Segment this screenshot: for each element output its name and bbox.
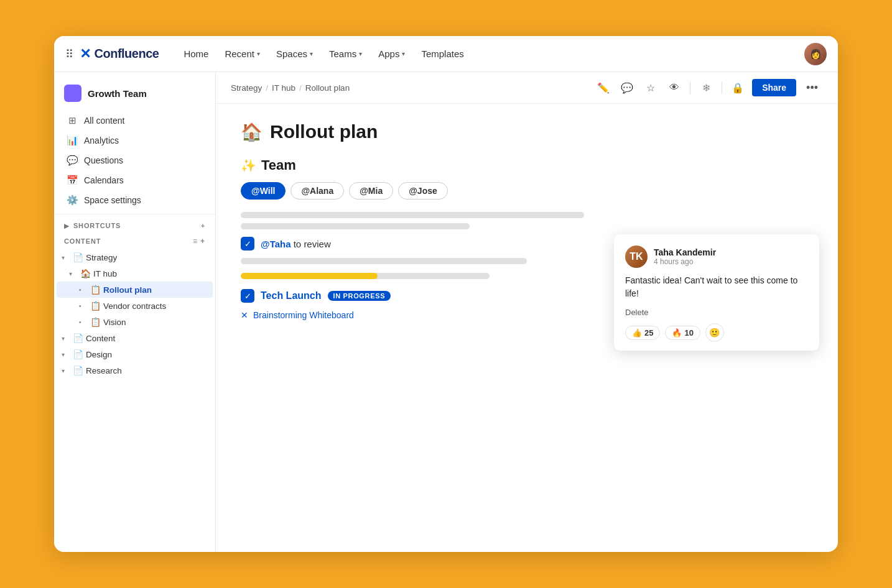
content-section-header[interactable]: CONTENT ≡ + <box>54 233 215 249</box>
shortcuts-chevron-icon: ▶ <box>64 223 70 229</box>
sidebar-item-analytics[interactable]: 📊 Analytics <box>57 131 213 150</box>
calendars-label: Calendars <box>84 175 124 185</box>
breadcrumb-sep-1: / <box>266 83 268 93</box>
nav-spaces[interactable]: Spaces ▾ <box>269 45 320 63</box>
vendor-label: Vendor contracts <box>103 301 166 311</box>
teams-chevron: ▾ <box>359 50 362 57</box>
tree-item-strategy[interactable]: ▾ 📄 Strategy <box>57 249 213 265</box>
tree-item-content[interactable]: ▾ 📄 Content <box>57 330 213 346</box>
sidebar-item-space-settings[interactable]: ⚙️ Space settings <box>57 190 213 210</box>
design-icon: 📄 <box>73 349 83 359</box>
page-title-emoji: 🏠 <box>241 122 262 142</box>
checkbox-2[interactable]: ✓ <box>241 289 254 303</box>
strategy-label: Strategy <box>86 253 117 262</box>
content-label: Content <box>86 334 115 343</box>
content-icon: 📄 <box>73 333 83 343</box>
more-options-button[interactable]: ••• <box>801 79 823 97</box>
topnav-right-area: 👩 <box>804 43 827 65</box>
content-filter-icon[interactable]: ≡ <box>193 237 198 246</box>
sidebar-item-calendars[interactable]: 📅 Calendars <box>57 170 213 190</box>
rollout-label: Rollout plan <box>103 285 152 295</box>
comment-body: Fantastic idea! Can't wait to see this c… <box>625 274 808 300</box>
edit-button[interactable]: ✏️ <box>594 78 613 97</box>
design-label: Design <box>86 350 112 359</box>
content-add-icon[interactable]: + <box>200 237 205 246</box>
nav-templates[interactable]: Templates <box>414 45 471 63</box>
reaction-fire[interactable]: 🔥 10 <box>665 326 700 340</box>
breadcrumb-strategy[interactable]: Strategy <box>231 83 262 93</box>
toolbar-divider-2 <box>722 81 722 94</box>
user-avatar[interactable]: 👩 <box>804 43 827 65</box>
questions-icon: 💬 <box>67 155 78 166</box>
shortcuts-header[interactable]: ▶ SHORTCUTS + <box>54 218 215 233</box>
strategy-chevron: ▾ <box>62 254 70 261</box>
main-area: Growth Team ⊞ All content 📊 Analytics 💬 … <box>54 72 838 552</box>
comment-delete-button[interactable]: Delete <box>625 308 808 317</box>
comment-avatar: TK <box>625 246 648 268</box>
ithub-label: IT hub <box>93 269 117 278</box>
sidebar-space-header[interactable]: Growth Team <box>54 80 215 111</box>
tech-launch-link[interactable]: Tech Launch <box>261 290 322 301</box>
confluence-logo[interactable]: ✕ Confluence <box>80 46 159 62</box>
nav-recent[interactable]: Recent ▾ <box>217 45 267 63</box>
pill-mia[interactable]: @Mia <box>349 182 393 200</box>
content-section-label: CONTENT <box>64 237 101 245</box>
tree-item-research[interactable]: ▾ 📄 Research <box>57 362 213 379</box>
vision-icon: 📋 <box>90 317 101 327</box>
star-button[interactable]: ☆ <box>641 78 660 97</box>
tree-item-vision[interactable]: • 📋 Vision <box>57 314 213 330</box>
top-nav-items: Home Recent ▾ Spaces ▾ Teams ▾ Apps ▾ <box>176 45 804 63</box>
share-button[interactable]: Share <box>752 79 796 96</box>
tree-item-vendor-contracts[interactable]: • 📋 Vendor contracts <box>57 298 213 314</box>
tree-item-ithub[interactable]: ▾ 🏠 IT hub <box>57 265 213 282</box>
brainstorm-link[interactable]: Brainstorming Whiteboard <box>253 310 354 320</box>
checkbox-1[interactable]: ✓ <box>241 237 254 250</box>
vision-bullet: • <box>79 319 88 326</box>
toolbar-actions: ✏️ 💬 ☆ 👁 ❄ 🔒 Share ••• <box>594 78 823 97</box>
emoji-picker-button[interactable]: 🙂 <box>705 323 724 342</box>
apps-chevron: ▾ <box>402 50 405 57</box>
space-icon <box>64 85 81 102</box>
comment-button[interactable]: 💬 <box>618 78 636 97</box>
nav-teams[interactable]: Teams ▾ <box>322 45 369 63</box>
grid-icon[interactable]: ⠿ <box>65 47 73 61</box>
comment-time: 4 hours ago <box>654 257 716 266</box>
pill-alana[interactable]: @Alana <box>290 182 344 200</box>
nav-home[interactable]: Home <box>176 45 216 63</box>
space-settings-icon: ⚙️ <box>67 195 78 206</box>
progress-bar <box>241 273 490 279</box>
ithub-chevron: ▾ <box>69 270 78 277</box>
page-toolbar: Strategy / IT hub / Rollout plan ✏️ 💬 ☆ … <box>216 72 838 104</box>
shortcuts-label: SHORTCUTS <box>73 222 121 229</box>
loading-button[interactable]: ❄ <box>697 78 715 97</box>
recent-chevron: ▾ <box>257 50 260 57</box>
design-chevron: ▾ <box>62 351 70 358</box>
questions-label: Questions <box>84 155 123 165</box>
tree-item-design[interactable]: ▾ 📄 Design <box>57 346 213 362</box>
breadcrumb: Strategy / IT hub / Rollout plan <box>231 83 590 93</box>
rollout-bullet: • <box>79 287 88 293</box>
sidebar-item-questions[interactable]: 💬 Questions <box>57 150 213 170</box>
fire-count: 10 <box>684 328 693 338</box>
nav-apps[interactable]: Apps ▾ <box>371 45 412 63</box>
tree-item-rollout-plan[interactable]: • 📋 Rollout plan <box>57 282 213 298</box>
breadcrumb-ithub[interactable]: IT hub <box>272 83 295 93</box>
watch-button[interactable]: 👁 <box>665 78 684 97</box>
breadcrumb-sep-2: / <box>299 83 302 93</box>
task-1-mention[interactable]: @Taha <box>261 239 291 249</box>
thumbsup-emoji: 👍 <box>632 328 642 338</box>
analytics-icon: 📊 <box>67 135 78 146</box>
fire-emoji: 🔥 <box>672 328 682 338</box>
shortcuts-add-icon[interactable]: + <box>201 222 205 229</box>
pill-will[interactable]: @Will <box>241 182 286 200</box>
sidebar-item-all-content[interactable]: ⊞ All content <box>57 111 213 131</box>
research-chevron: ▾ <box>62 367 70 374</box>
rollout-icon: 📋 <box>90 285 101 295</box>
pill-jose[interactable]: @Jose <box>398 182 448 200</box>
lock-button[interactable]: 🔒 <box>728 78 747 97</box>
progress-fill <box>241 273 378 279</box>
reaction-thumbsup[interactable]: 👍 25 <box>625 326 660 340</box>
team-section-title: ✨ Team <box>241 157 813 173</box>
breadcrumb-rollout[interactable]: Rollout plan <box>305 83 350 93</box>
vendor-icon: 📋 <box>90 301 101 311</box>
